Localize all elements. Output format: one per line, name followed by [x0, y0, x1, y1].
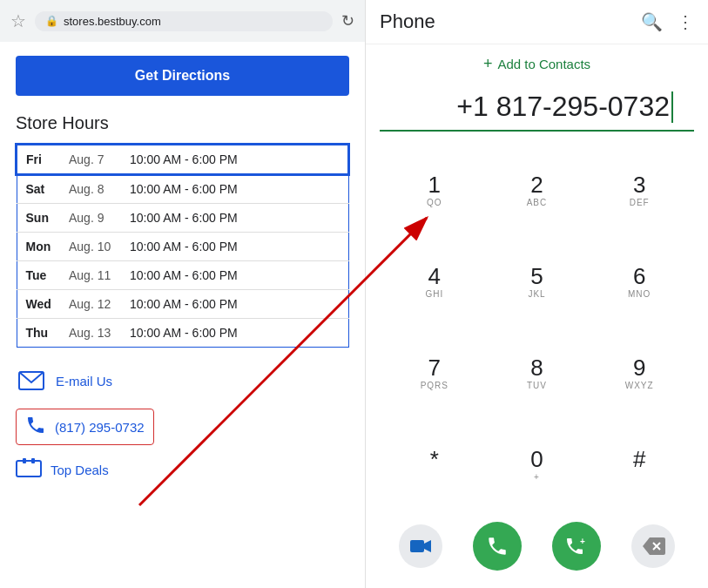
hours-time: 10:00 AM - 6:00 PM	[121, 319, 348, 348]
hours-table: Fri Aug. 7 10:00 AM - 6:00 PM Sat Aug. 8…	[16, 144, 349, 348]
hours-date: Aug. 13	[60, 319, 121, 348]
key-letters: QO	[427, 198, 442, 210]
svg-rect-1	[17, 461, 41, 476]
key-letters: +	[534, 472, 540, 484]
hours-day: Wed	[17, 290, 60, 319]
browser-panel: ☆ 🔒 stores.bestbuy.com ↻ Get Directions …	[0, 0, 366, 588]
dialpad-key-*[interactable]: *	[383, 420, 486, 511]
store-hours-title: Store Hours	[16, 113, 349, 133]
hours-day: Thu	[17, 319, 60, 348]
add-call-button[interactable]: +	[552, 522, 601, 571]
dialpad-key-9[interactable]: 9 WXYZ	[588, 328, 691, 420]
add-contacts-label: Add to Contacts	[497, 57, 590, 71]
dialpad-key-6[interactable]: 6 MNO	[588, 237, 691, 328]
search-icon[interactable]: 🔍	[641, 11, 663, 32]
browser-bar: ☆ 🔒 stores.bestbuy.com ↻	[0, 0, 365, 42]
cursor	[671, 91, 673, 123]
key-letters: PQRS	[421, 381, 448, 393]
dialpad-key-8[interactable]: 8 TUV	[486, 328, 589, 420]
hours-day: Sun	[17, 204, 60, 233]
hours-row: Mon Aug. 10 10:00 AM - 6:00 PM	[17, 233, 348, 261]
dialpad-key-4[interactable]: 4 GHI	[383, 237, 486, 328]
hours-day: Sat	[17, 174, 60, 204]
hours-time: 10:00 AM - 6:00 PM	[121, 261, 348, 290]
phone-header: Phone 🔍 ⋮	[366, 0, 708, 44]
address-bar[interactable]: 🔒 stores.bestbuy.com	[35, 11, 333, 31]
svg-rect-4	[410, 540, 424, 552]
key-letters: GHI	[425, 289, 443, 301]
key-number: 8	[530, 356, 543, 379]
hours-date: Aug. 11	[60, 261, 121, 290]
hours-row: Fri Aug. 7 10:00 AM - 6:00 PM	[17, 145, 348, 174]
key-number: 7	[428, 356, 441, 379]
dialpad-key-0[interactable]: 0 +	[486, 420, 589, 511]
url-text: stores.bestbuy.com	[64, 15, 161, 28]
dialpad-key-1[interactable]: 1 QO	[383, 145, 486, 237]
add-contacts-button[interactable]: + Add to Contacts	[366, 44, 708, 84]
hours-date: Aug. 12	[60, 290, 121, 319]
more-options-icon[interactable]: ⋮	[677, 11, 694, 32]
phone-header-icons: 🔍 ⋮	[641, 11, 694, 32]
get-directions-button[interactable]: Get Directions	[16, 56, 349, 96]
svg-rect-2	[23, 458, 26, 463]
hours-day: Fri	[17, 145, 60, 174]
email-icon	[16, 365, 47, 396]
key-number: 4	[428, 265, 441, 287]
hours-time: 10:00 AM - 6:00 PM	[121, 204, 348, 233]
key-letters: MNO	[628, 289, 651, 301]
hours-day: Mon	[17, 233, 60, 261]
browser-content: Get Directions Store Hours Fri Aug. 7 10…	[0, 42, 365, 588]
dial-actions: +	[366, 511, 708, 588]
deals-link[interactable]: Top Deals	[51, 463, 109, 477]
deals-row: Top Deals	[16, 457, 349, 482]
reload-icon[interactable]: ↻	[341, 11, 354, 30]
key-number: 3	[633, 173, 645, 196]
key-number: 5	[530, 265, 543, 287]
key-number: 9	[633, 356, 645, 379]
dialpad: 1 QO 2 ABC 3 DEF 4 GHI 5 JKL 6 MNO 7 PQR…	[366, 145, 708, 511]
key-letters: JKL	[528, 289, 545, 301]
dialpad-key-7[interactable]: 7 PQRS	[383, 328, 486, 420]
hours-date: Aug. 10	[60, 233, 121, 261]
hours-time: 10:00 AM - 6:00 PM	[121, 290, 348, 319]
call-button[interactable]	[473, 522, 522, 571]
hours-row: Wed Aug. 12 10:00 AM - 6:00 PM	[17, 290, 348, 319]
key-number: *	[430, 448, 439, 470]
hours-row: Sat Aug. 8 10:00 AM - 6:00 PM	[17, 174, 348, 204]
key-number: 1	[428, 173, 441, 196]
plus-icon: +	[483, 55, 493, 73]
hours-time: 10:00 AM - 6:00 PM	[121, 145, 348, 174]
displayed-number: +1 817-295-0732	[456, 91, 670, 123]
hours-time: 10:00 AM - 6:00 PM	[121, 174, 348, 204]
hours-row: Thu Aug. 13 10:00 AM - 6:00 PM	[17, 319, 348, 348]
phone-link-row[interactable]: (817) 295-0732	[16, 409, 154, 445]
dialpad-key-#[interactable]: #	[588, 420, 691, 511]
key-number: 0	[530, 448, 543, 470]
phone-link[interactable]: (817) 295-0732	[55, 420, 145, 435]
delete-button[interactable]	[631, 524, 675, 568]
key-letters: ABC	[527, 198, 548, 210]
dialpad-key-2[interactable]: 2 ABC	[486, 145, 589, 237]
hours-date: Aug. 7	[60, 145, 121, 174]
svg-marker-5	[424, 540, 431, 552]
key-letters: TUV	[527, 381, 547, 393]
star-icon[interactable]: ☆	[10, 10, 26, 31]
dialpad-key-5[interactable]: 5 JKL	[486, 237, 589, 328]
video-call-button[interactable]	[399, 524, 442, 568]
lock-icon: 🔒	[45, 15, 58, 27]
hours-date: Aug. 8	[60, 174, 121, 204]
key-letters: WXYZ	[625, 381, 654, 393]
phone-display: +1 817-295-0732	[380, 84, 694, 132]
deals-icon	[16, 457, 42, 482]
phone-icon	[25, 415, 46, 439]
hours-row: Tue Aug. 11 10:00 AM - 6:00 PM	[17, 261, 348, 290]
key-number: 2	[530, 173, 543, 196]
phone-title: Phone	[380, 10, 435, 33]
hours-date: Aug. 9	[60, 204, 121, 233]
hours-time: 10:00 AM - 6:00 PM	[121, 233, 348, 261]
email-link[interactable]: E-mail Us	[56, 374, 112, 389]
dialpad-key-3[interactable]: 3 DEF	[588, 145, 691, 237]
svg-rect-3	[31, 458, 35, 463]
key-number: 6	[633, 265, 645, 287]
hours-day: Tue	[17, 261, 60, 290]
